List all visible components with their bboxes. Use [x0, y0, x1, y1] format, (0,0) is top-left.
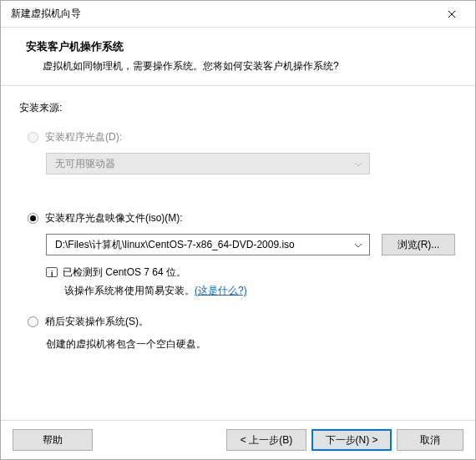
- content-area: 安装来源: 安装程序光盘(D): 无可用驱动器 安装程序光盘映像文件(iso)(…: [1, 86, 475, 420]
- chevron-down-icon: [354, 158, 362, 169]
- later-hint: 创建的虚拟机将包含一个空白硬盘。: [19, 337, 457, 351]
- info-icon: [46, 267, 58, 277]
- header-subtitle: 虚拟机如同物理机，需要操作系统。您将如何安装客户机操作系统?: [26, 59, 455, 73]
- option-disc: 安装程序光盘(D): 无可用驱动器: [19, 130, 457, 174]
- disc-dropdown: 无可用驱动器: [46, 153, 370, 174]
- browse-button[interactable]: 浏览(R)...: [382, 234, 455, 255]
- window-title: 新建虚拟机向导: [11, 7, 435, 21]
- source-label: 安装来源:: [19, 101, 457, 115]
- titlebar: 新建虚拟机向导: [1, 1, 475, 28]
- iso-path-dropdown[interactable]: D:\Files\计算机\linux\CentOS-7-x86_64-DVD-2…: [46, 234, 370, 255]
- whats-this-link[interactable]: (这是什么?): [195, 285, 247, 296]
- footer: 帮助 < 上一步(B) 下一步(N) > 取消: [1, 420, 475, 459]
- iso-path-value: D:\Files\计算机\linux\CentOS-7-x86_64-DVD-2…: [55, 238, 295, 252]
- next-button[interactable]: 下一步(N) >: [311, 429, 392, 451]
- chevron-down-icon[interactable]: [354, 239, 362, 250]
- radio-iso[interactable]: [28, 213, 38, 224]
- easy-install-text: 该操作系统将使用简易安装。: [64, 285, 195, 296]
- header-title: 安装客户机操作系统: [26, 39, 455, 54]
- option-iso: 安装程序光盘映像文件(iso)(M): D:\Files\计算机\linux\C…: [19, 211, 457, 300]
- radio-disc: [28, 132, 38, 143]
- back-button[interactable]: < 上一步(B): [226, 429, 306, 451]
- radio-later-label: 稍后安装操作系统(S)。: [45, 315, 149, 329]
- option-later: 稍后安装操作系统(S)。 创建的虚拟机将包含一个空白硬盘。: [19, 315, 457, 351]
- close-icon[interactable]: [435, 2, 468, 27]
- help-button[interactable]: 帮助: [13, 429, 93, 451]
- iso-info: 已检测到 CentOS 7 64 位。 该操作系统将使用简易安装。(这是什么?): [19, 264, 457, 300]
- wizard-header: 安装客户机操作系统 虚拟机如同物理机，需要操作系统。您将如何安装客户机操作系统?: [1, 28, 475, 86]
- radio-disc-label: 安装程序光盘(D):: [45, 130, 122, 144]
- cancel-button[interactable]: 取消: [397, 429, 463, 451]
- radio-iso-label: 安装程序光盘映像文件(iso)(M):: [45, 211, 183, 225]
- detected-text: 已检测到 CentOS 7 64 位。: [63, 266, 186, 278]
- disc-dropdown-value: 无可用驱动器: [55, 157, 115, 171]
- radio-later[interactable]: [28, 316, 38, 327]
